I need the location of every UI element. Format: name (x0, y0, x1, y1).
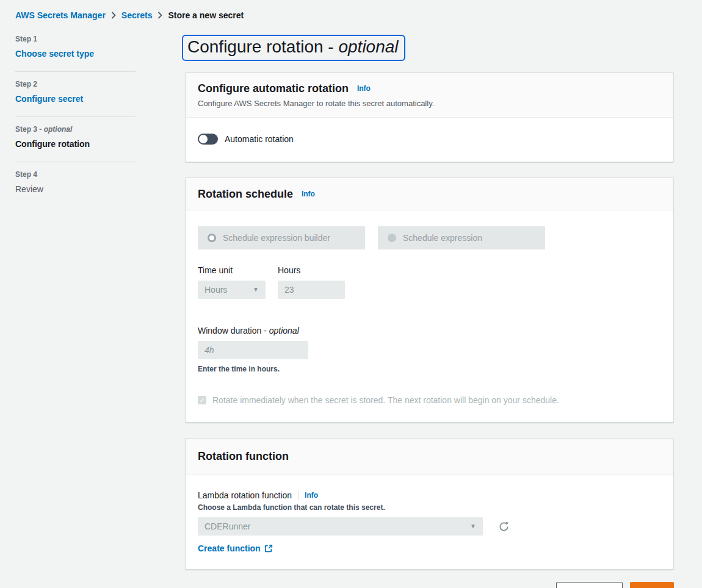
label-divider (298, 491, 299, 500)
chevron-right-icon (111, 12, 116, 19)
refresh-button[interactable] (498, 521, 510, 532)
radio-selected-icon (208, 234, 216, 242)
time-unit-field: Time unit Hours ▼ (198, 265, 266, 299)
step-number-label: Step 4 (15, 170, 136, 179)
panel-description: Configure AWS Secrets Manager to rotate … (198, 99, 661, 108)
rotate-immediately-label: Rotate immediately when the secret is st… (212, 395, 559, 405)
chevron-down-icon: ▼ (470, 523, 476, 529)
rotation-function-panel: Rotation function Lambda rotation functi… (185, 438, 674, 570)
radio-unselected-icon (388, 234, 396, 242)
info-link[interactable]: Info (357, 84, 371, 93)
toggle-knob (199, 135, 208, 143)
page-title: Configure rotation - optional (187, 37, 399, 57)
window-duration-field: Window duration - optional 4h Enter the … (198, 326, 661, 373)
previous-button[interactable]: Previous (556, 582, 623, 588)
wizard-footer-actions: Cancel Previous Next (185, 582, 674, 588)
cancel-button[interactable]: Cancel (506, 582, 539, 588)
breadcrumb: AWS Secrets Manager Secrets Store a new … (0, 0, 702, 20)
panel-title: Configure automatic rotation (198, 82, 349, 95)
info-link[interactable]: Info (305, 491, 318, 500)
schedule-expression-tile: Schedule expression (378, 226, 545, 249)
optional-suffix: - optional (39, 125, 72, 134)
rotation-schedule-panel: Rotation schedule Info Schedule expressi… (185, 177, 674, 423)
panel-header: Rotation schedule Info (186, 178, 673, 210)
time-unit-label: Time unit (198, 265, 266, 275)
hours-field: Hours 23 (278, 265, 345, 299)
step-number-label: Step 3 - optional (15, 125, 136, 134)
next-button[interactable]: Next (630, 582, 674, 588)
chevron-down-icon: ▼ (253, 287, 259, 293)
panel-header: Configure automatic rotation Info Config… (186, 73, 673, 118)
chevron-right-icon (157, 12, 162, 19)
sidebar-item-configure-rotation: Configure rotation (15, 139, 136, 149)
sidebar-step-3: Step 3 - optional Configure rotation (15, 117, 136, 162)
breadcrumb-current-page: Store a new secret (168, 10, 244, 20)
refresh-icon (498, 521, 510, 532)
external-link-icon (264, 544, 273, 553)
wizard-steps-sidebar: Step 1 Choose secret type Step 2 Configu… (15, 35, 136, 588)
page-title-focus-ring: Configure rotation - optional (182, 35, 405, 61)
sidebar-step-2: Step 2 Configure secret (15, 71, 136, 117)
window-duration-input: 4h (198, 341, 308, 359)
lambda-function-description: Choose a Lambda function that can rotate… (198, 503, 661, 512)
lambda-function-select: CDERunner ▼ (198, 517, 483, 536)
panel-title: Rotation function (198, 450, 289, 462)
toggle-label: Automatic rotation (225, 134, 294, 144)
sidebar-item-review: Review (15, 184, 136, 194)
step-number-label: Step 1 (15, 35, 136, 43)
sidebar-item-choose-secret-type[interactable]: Choose secret type (15, 49, 94, 59)
tile-label: Schedule expression builder (223, 233, 330, 243)
sidebar-step-1: Step 1 Choose secret type (15, 35, 136, 71)
automatic-rotation-toggle[interactable] (198, 134, 218, 145)
time-unit-select: Hours ▼ (198, 281, 266, 299)
configure-automatic-rotation-panel: Configure automatic rotation Info Config… (185, 72, 674, 162)
panel-title: Rotation schedule (198, 188, 293, 200)
sidebar-item-configure-secret[interactable]: Configure secret (15, 94, 83, 104)
tile-label: Schedule expression (403, 233, 482, 243)
window-duration-hint: Enter the time in hours. (198, 365, 661, 373)
lambda-rotation-function-label: Lambda rotation function (198, 490, 292, 500)
hours-input: 23 (278, 281, 345, 299)
info-link[interactable]: Info (302, 190, 315, 198)
step-number-label: Step 2 (15, 80, 136, 88)
create-function-link[interactable]: Create function (198, 543, 273, 553)
hours-label: Hours (278, 265, 345, 275)
window-duration-label: Window duration - optional (198, 326, 661, 335)
panel-header: Rotation function (186, 439, 673, 475)
sidebar-step-4: Step 4 Review (15, 162, 136, 207)
breadcrumb-link-secrets-manager[interactable]: AWS Secrets Manager (15, 10, 106, 20)
breadcrumb-link-secrets[interactable]: Secrets (121, 10, 153, 20)
schedule-expression-builder-tile: Schedule expression builder (198, 226, 365, 249)
rotate-immediately-checkbox: ✓ (198, 396, 206, 404)
